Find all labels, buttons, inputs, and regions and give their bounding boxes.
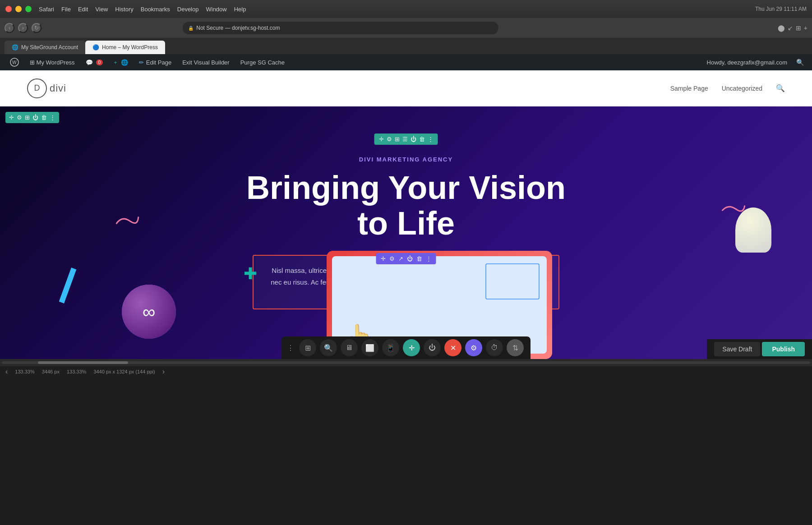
scrollbar-thumb[interactable] — [38, 361, 128, 364]
maximize-button[interactable] — [25, 6, 32, 12]
save-publish-area: Save Draft Publish — [707, 339, 812, 359]
forward-button[interactable]: › — [18, 23, 28, 33]
site-search-button[interactable]: 🔍 — [776, 84, 785, 93]
scrollbar-track — [2, 361, 810, 364]
browser-tabs: 🌐 My SiteGround Account 🔵 Home – My Word… — [0, 38, 812, 54]
tab-label-siteground: My SiteGround Account — [21, 44, 78, 51]
wp-site-name[interactable]: ⊞ My WordPress — [24, 54, 80, 70]
browser-icon-3[interactable]: ⊞ — [796, 24, 801, 32]
nav-sample-page[interactable]: Sample Page — [670, 85, 708, 92]
wp-exit-builder[interactable]: Exit Visual Builder — [177, 54, 235, 70]
module-more-icon[interactable]: ⋮ — [426, 255, 432, 262]
edit-page-label: Edit Page — [146, 59, 171, 66]
logo-d: D — [34, 83, 40, 93]
ft-more-icon[interactable]: ⋮ — [287, 344, 294, 352]
menu-file[interactable]: File — [61, 6, 71, 13]
browser-icon-4[interactable]: + — [804, 24, 807, 32]
module-move-icon[interactable]: ↗ — [398, 255, 403, 262]
wp-search-icon[interactable]: 🔍 — [793, 59, 807, 66]
row-delete-icon[interactable]: 🗑 — [419, 136, 425, 143]
page-content-area: ✛ ⚙ ⊞ ⏻ 🗑 ⋮ ✛ ⚙ ⊞ ☰ ⏻ 🗑 ⋮ DIVI MARKETING… — [0, 106, 812, 359]
size-px: 3446 px — [42, 369, 60, 374]
section-delete-icon[interactable]: 🗑 — [41, 114, 47, 121]
wp-purge-cache[interactable]: Purge SG Cache — [235, 54, 290, 70]
wp-admin-bar: W ⊞ My WordPress 💬 0 + 🌐 ✏ Edit Page Exi… — [0, 54, 812, 70]
row-add-icon[interactable]: ✛ — [379, 136, 384, 143]
ft-split-button[interactable]: ⇅ — [507, 339, 524, 356]
ft-history-button[interactable]: ⏱ — [486, 339, 503, 356]
section-layout-icon[interactable]: ⊞ — [25, 114, 30, 121]
wp-logo-item[interactable]: W — [5, 54, 24, 70]
reload-button[interactable]: ↻ — [32, 23, 42, 33]
row-settings-icon[interactable]: ⚙ — [387, 136, 392, 143]
new-label: 🌐 — [121, 59, 128, 66]
module-add-icon[interactable]: ✛ — [381, 255, 386, 262]
row-more-icon[interactable]: ⋮ — [428, 136, 434, 143]
ft-add-button[interactable]: ✛ — [403, 339, 420, 356]
menu-help[interactable]: Help — [234, 6, 246, 13]
section-add-icon[interactable]: ✛ — [9, 114, 14, 121]
module-delete-icon[interactable]: 🗑 — [416, 255, 422, 262]
menu-window[interactable]: Window — [206, 6, 226, 13]
tab-wordpress[interactable]: 🔵 Home – My WordPress — [85, 41, 165, 54]
back-button[interactable]: ‹ — [5, 23, 14, 33]
section-settings-icon[interactable]: ⚙ — [17, 114, 22, 121]
ft-settings-button[interactable]: ⚙ — [465, 339, 482, 356]
wp-edit-page[interactable]: ✏ Edit Page — [134, 54, 177, 70]
ft-power-button[interactable]: ⏻ — [424, 339, 441, 356]
mac-menu-bar: File Edit View History Bookmarks Develop… — [61, 6, 246, 13]
comment-count: 0 — [96, 60, 103, 65]
edit-pencil-icon: ✏ — [139, 59, 144, 66]
deco-lightbulb — [735, 207, 771, 253]
ft-close-button[interactable]: ✕ — [444, 339, 461, 356]
nav-uncategorized[interactable]: Uncategorized — [722, 85, 762, 92]
menu-history[interactable]: History — [115, 6, 133, 13]
plus-icon: + — [114, 59, 117, 66]
browser-icon-1[interactable]: ⬤ — [778, 24, 785, 32]
module-toolbar: ✛ ⚙ ↗ ⏻ 🗑 ⋮ — [376, 253, 436, 264]
menu-view[interactable]: View — [95, 6, 108, 13]
menu-edit[interactable]: Edit — [78, 6, 88, 13]
wp-comments[interactable]: 💬 0 — [80, 54, 109, 70]
app-name: Safari — [39, 6, 54, 13]
site-header: D divi Sample Page Uncategorized 🔍 — [0, 70, 812, 106]
section-toggle-icon[interactable]: ⏻ — [32, 114, 38, 121]
hero-title-line1: Bringing Your Vision — [246, 170, 566, 206]
floating-bottom-toolbar: ⋮ ⊞ 🔍 🖥 ⬜ 📱 ✛ ⏻ ✕ ⚙ ⏱ ⇅ — [281, 336, 531, 359]
ft-search-button[interactable]: 🔍 — [320, 339, 337, 356]
ft-tablet-button[interactable]: ⬜ — [361, 339, 378, 356]
menu-develop[interactable]: Develop — [177, 6, 199, 13]
close-button[interactable] — [5, 6, 12, 12]
wp-new-item[interactable]: + 🌐 — [108, 54, 134, 70]
mac-status-icons: Thu Jun 29 11:11 AM — [755, 6, 807, 12]
tab-siteground[interactable]: 🌐 My SiteGround Account — [5, 41, 85, 54]
dimensions-text: 3440 px x 1324 px (144 ppi) — [93, 369, 155, 374]
browser-icon-2[interactable]: ↙ — [788, 24, 793, 32]
module-toggle-icon[interactable]: ⏻ — [407, 255, 413, 262]
traffic-lights — [5, 6, 32, 12]
row-toggle-icon[interactable]: ⏻ — [411, 136, 416, 143]
row-layout-icon[interactable]: ☰ — [402, 136, 408, 143]
divi-logo[interactable]: D divi — [27, 78, 66, 98]
menu-bookmarks[interactable]: Bookmarks — [141, 6, 170, 13]
save-draft-button[interactable]: Save Draft — [714, 342, 760, 356]
tab-label-wordpress: Home – My WordPress — [102, 44, 158, 51]
deco-plus-teal: ✚ — [244, 264, 257, 283]
deco-purple-ball: ∞ — [122, 285, 176, 339]
browser-chrome: ‹ › ↻ 🔒 Not Secure — donjetv.sg-host.com… — [0, 18, 812, 38]
minimize-button[interactable] — [15, 6, 22, 12]
security-icon: 🔒 — [188, 26, 194, 31]
comment-icon: 💬 — [86, 59, 93, 66]
row-columns-icon[interactable]: ⊞ — [395, 136, 400, 143]
ft-layout-button[interactable]: ⊞ — [299, 339, 316, 356]
status-nav-right[interactable]: › — [162, 368, 165, 376]
ft-desktop-button[interactable]: 🖥 — [341, 339, 358, 356]
url-bar[interactable]: 🔒 Not Secure — donjetv.sg-host.com — [183, 22, 498, 34]
section-more-icon[interactable]: ⋮ — [50, 114, 55, 121]
status-nav-left[interactable]: ‹ — [5, 368, 8, 376]
ft-mobile-button[interactable]: 📱 — [382, 339, 399, 356]
module-settings-icon[interactable]: ⚙ — [389, 255, 395, 262]
scrollbar-area[interactable] — [0, 359, 812, 366]
agency-label: DIVI MARKETING AGENCY — [359, 156, 453, 163]
publish-button[interactable]: Publish — [762, 342, 805, 356]
